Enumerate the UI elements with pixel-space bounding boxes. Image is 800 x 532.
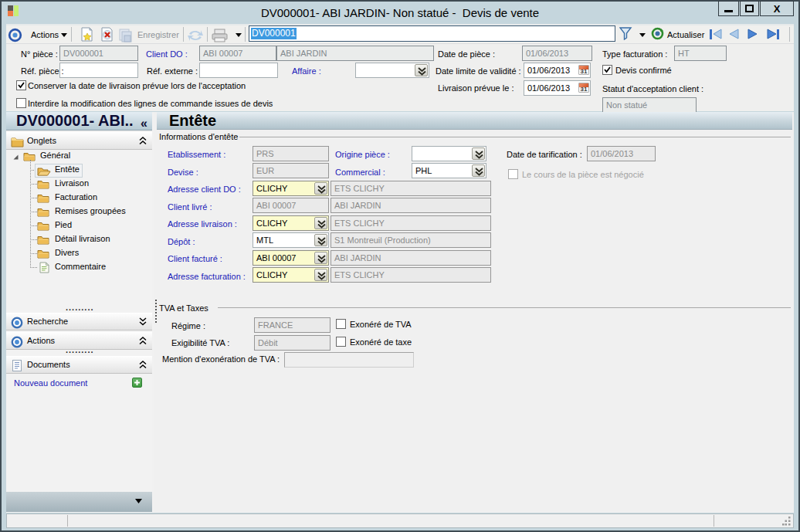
- svg-text:X: X: [774, 3, 781, 15]
